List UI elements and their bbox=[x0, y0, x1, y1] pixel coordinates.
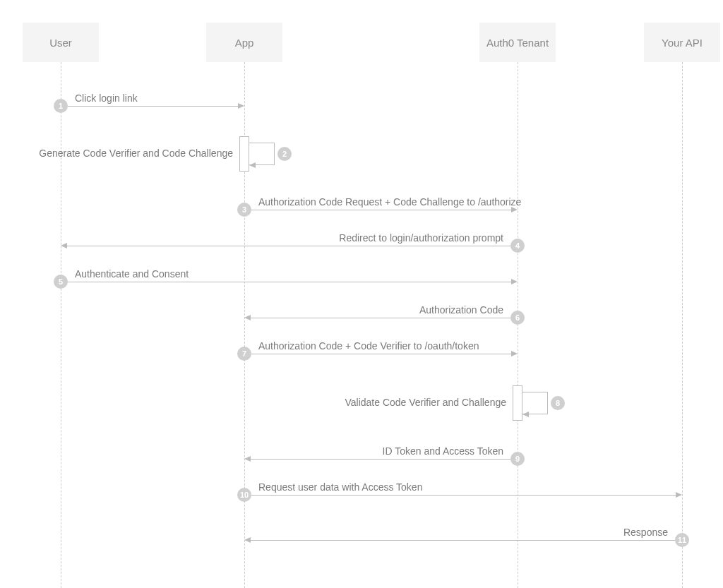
step-badge: 3 bbox=[237, 203, 251, 217]
step-label: Authorization Code bbox=[419, 304, 503, 316]
arrowhead-icon bbox=[244, 456, 251, 462]
arrowhead-icon bbox=[244, 315, 251, 320]
step-label: Validate Code Verifier and Challenge bbox=[345, 397, 506, 408]
step-arrow bbox=[67, 246, 510, 246]
activation-bar bbox=[239, 136, 249, 172]
step-label: Redirect to login/authorization prompt bbox=[339, 232, 503, 244]
actor-user: User bbox=[23, 23, 99, 62]
arrowhead-icon bbox=[61, 243, 67, 248]
arrowhead-icon bbox=[249, 162, 256, 168]
step-arrow bbox=[251, 459, 510, 460]
arrowhead-icon bbox=[244, 537, 251, 543]
arrowhead-icon bbox=[522, 412, 529, 417]
step-arrow bbox=[251, 354, 511, 354]
step-arrow bbox=[251, 210, 511, 210]
step-badge: 6 bbox=[510, 311, 525, 325]
step-badge: 9 bbox=[510, 452, 525, 466]
step-label: ID Token and Access Token bbox=[383, 445, 503, 457]
actor-api: Your API bbox=[644, 23, 720, 62]
arrowhead-icon bbox=[511, 351, 518, 356]
step-badge: 11 bbox=[675, 533, 689, 547]
step-badge: 5 bbox=[54, 275, 68, 289]
step-label: Request user data with Access Token bbox=[258, 481, 422, 493]
arrowhead-icon bbox=[511, 279, 518, 284]
step-label: Authenticate and Consent bbox=[75, 268, 189, 280]
step-badge: 7 bbox=[237, 347, 251, 361]
lifeline-api bbox=[682, 62, 683, 588]
arrowhead-icon bbox=[238, 103, 244, 109]
actor-label: User bbox=[49, 37, 72, 49]
actor-tenant: Auth0 Tenant bbox=[479, 23, 556, 62]
step-label: Authorization Code Request + Code Challe… bbox=[258, 196, 521, 208]
actor-label: Your API bbox=[662, 37, 703, 49]
step-arrow bbox=[251, 540, 675, 541]
arrowhead-icon bbox=[511, 207, 518, 212]
step-label: Authorization Code + Code Verifier to /o… bbox=[258, 340, 479, 352]
step-arrow bbox=[68, 282, 511, 282]
step-arrow bbox=[68, 106, 238, 107]
step-badge: 4 bbox=[510, 239, 525, 253]
lifeline-user bbox=[61, 62, 61, 588]
step-badge: 1 bbox=[54, 99, 68, 113]
lifeline-tenant bbox=[518, 62, 518, 588]
step-badge: 2 bbox=[277, 147, 292, 161]
arrowhead-icon bbox=[676, 492, 682, 498]
step-label: Generate Code Verifier and Code Challeng… bbox=[39, 148, 233, 159]
step-arrow bbox=[251, 318, 510, 318]
activation-bar bbox=[513, 385, 522, 421]
step-badge: 10 bbox=[237, 488, 251, 502]
step-label: Response bbox=[623, 527, 668, 538]
actor-label: App bbox=[235, 37, 254, 49]
step-arrow bbox=[251, 495, 676, 496]
actor-label: Auth0 Tenant bbox=[486, 37, 549, 49]
actor-app: App bbox=[206, 23, 282, 62]
step-badge: 8 bbox=[551, 396, 565, 410]
step-label: Click login link bbox=[75, 92, 138, 104]
sequence-diagram: User App Auth0 Tenant Your API Click log… bbox=[0, 0, 723, 588]
